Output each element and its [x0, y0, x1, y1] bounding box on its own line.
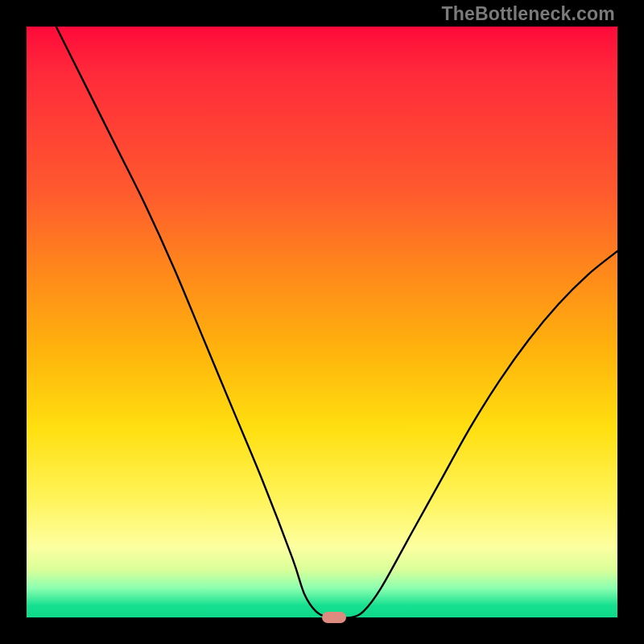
watermark-text: TheBottleneck.com	[441, 3, 615, 25]
plot-area	[27, 27, 617, 617]
optimum-marker	[322, 612, 346, 623]
curve-layer	[27, 27, 617, 617]
bottleneck-curve	[56, 27, 617, 617]
chart-frame: TheBottleneck.com	[0, 0, 644, 644]
